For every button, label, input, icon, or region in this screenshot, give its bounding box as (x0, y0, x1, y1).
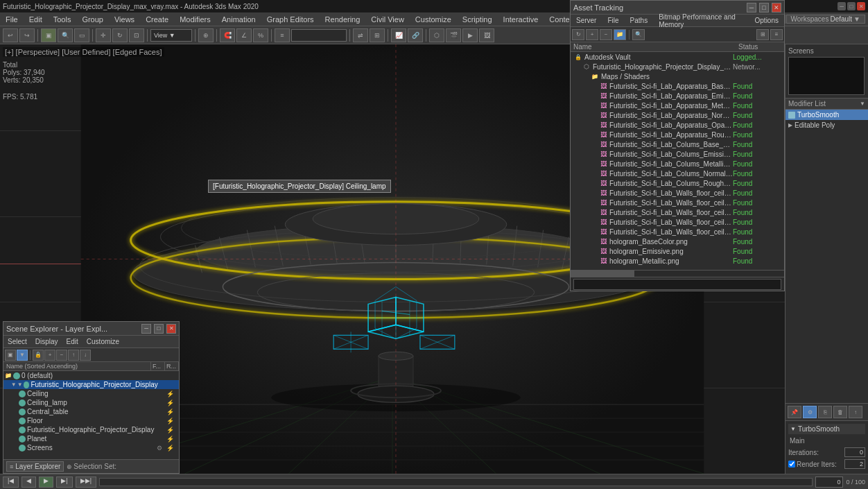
play-button[interactable]: |◀ (3, 477, 19, 488)
percent-snap-button[interactable]: % (253, 28, 268, 42)
modifier-item-editable-poly[interactable]: ▶ Editable Poly (785, 120, 868, 130)
at-row-img-10[interactable]: 🖼 Futuristic_Sci-fi_Lab_Colums_Normal.pn… (571, 169, 784, 178)
menu-item-tools[interactable]: Tools (48, 14, 77, 25)
rendered-frame-window-button[interactable]: 🖼 (479, 28, 494, 42)
select-object-button[interactable]: ▣ (41, 28, 56, 42)
at-row-img-1[interactable]: 🖼 Futuristic_Sci-fi_Lab_Apparatus_Base_C… (571, 81, 784, 91)
menu-item-graph-editors[interactable]: Graph Editors (261, 14, 320, 25)
menu-item-civil-view[interactable]: Civil View (365, 14, 409, 25)
frame-number[interactable]: 0 (815, 477, 843, 488)
iterations-input[interactable] (844, 447, 865, 457)
mod-tool-delete-button[interactable]: 🗑 (833, 406, 847, 418)
render-iters-input[interactable] (844, 459, 865, 469)
maximize-button[interactable]: □ (847, 2, 856, 10)
move-button[interactable]: ✛ (96, 28, 111, 42)
next-frame-button[interactable]: ▶| (56, 477, 72, 488)
pivot-button[interactable]: ⊕ (198, 28, 214, 42)
render-iters-checkbox[interactable] (788, 461, 795, 467)
redo-button[interactable]: ↪ (19, 28, 35, 42)
render-setup-button[interactable]: 🎬 (446, 28, 461, 42)
modifier-list-dropdown-icon[interactable]: ▼ (860, 101, 865, 107)
snap-toggle-button[interactable]: 🧲 (220, 28, 235, 42)
workspaces-dropdown[interactable]: Workspaces Default ▼ (786, 15, 865, 24)
schematic-view-button[interactable]: 🔗 (408, 28, 423, 42)
se-row-floor[interactable]: Floor ⚡ (3, 416, 179, 425)
at-row-img-17[interactable]: 🖼 hologram_BaseColor.png Found (571, 237, 784, 246)
se-menu-display[interactable]: Display (31, 338, 62, 345)
at-row-img-4[interactable]: 🖼 Futuristic_Sci-fi_Lab_Apparatus_Normal… (571, 110, 784, 120)
se-filter-button[interactable]: ▼ (17, 350, 28, 361)
at-refresh-button[interactable]: ↻ (572, 29, 584, 40)
layer-button[interactable]: ≡ (275, 28, 290, 42)
se-select-all-button[interactable]: ▣ (5, 350, 16, 361)
at-maximize-button[interactable]: □ (759, 3, 769, 12)
material-editor-button[interactable]: ⬡ (429, 28, 444, 42)
at-add-button[interactable]: + (586, 29, 598, 40)
se-menu-select[interactable]: Select (3, 338, 31, 345)
menu-item-modifiers[interactable]: Modifiers (174, 14, 216, 25)
at-path-input[interactable] (573, 279, 781, 290)
reference-coord-dropdown[interactable]: View ▼ (150, 29, 192, 42)
at-row-img-19[interactable]: 🖼 hologram_Metallic.png Found (571, 256, 784, 266)
at-minimize-button[interactable]: ─ (747, 3, 756, 12)
se-menu-edit[interactable]: Edit (62, 338, 83, 345)
last-frame-button[interactable]: ▶▶| (76, 477, 96, 488)
at-row-img-9[interactable]: 🖼 Futuristic_Sci-fi_Lab_Colums_Metallic.… (571, 159, 784, 169)
at-row-maps[interactable]: 📁 Maps / Shaders (571, 71, 784, 81)
mod-tool-configure-button[interactable]: ⚙ (803, 406, 817, 418)
curve-editor-button[interactable]: 📈 (391, 28, 406, 42)
se-row-futuristic-display[interactable]: Futuristic_Holographic_Projector_Display… (3, 425, 179, 434)
at-row-img-20[interactable]: 🖼 hologram_Normal.png Found (571, 266, 784, 267)
at-row-img-14[interactable]: 🖼 Futuristic_Sci-fi_Lab_Walls_floor_ceil… (571, 207, 784, 217)
se-move-up-button[interactable]: ↑ (68, 350, 79, 361)
render-button[interactable]: ▶ (462, 28, 478, 42)
menu-item-views[interactable]: Views (109, 14, 140, 25)
at-row-img-18[interactable]: 🖼 hologram_Emissive.png Found (571, 246, 784, 256)
at-extra-button2[interactable]: ≡ (770, 29, 783, 40)
mod-tool-copy-button[interactable]: ⎘ (818, 406, 832, 418)
play-anim-button[interactable]: ▶ (39, 477, 53, 488)
rotate-button[interactable]: ↻ (112, 28, 128, 42)
at-row-vault[interactable]: 🔒 Autodesk Vault Logged... (571, 52, 784, 62)
at-menu-file[interactable]: File (602, 15, 624, 26)
at-list[interactable]: 🔒 Autodesk Vault Logged... ⬡ Futuristic_… (571, 52, 784, 267)
se-move-down-button[interactable]: ↓ (80, 350, 91, 361)
at-row-img-7[interactable]: 🖼 Futuristic_Sci-fi_Lab_Colums_Base_Colo… (571, 139, 784, 149)
menu-item-edit[interactable]: Edit (24, 14, 48, 25)
at-menu-options[interactable]: Options (749, 15, 784, 26)
mod-tool-moveup-button[interactable]: ↑ (849, 406, 862, 418)
select-by-name-button[interactable]: 🔍 (58, 28, 73, 42)
menu-item-scripting[interactable]: Scripting (457, 14, 498, 25)
at-row-img-2[interactable]: 🖼 Futuristic_Sci-fi_Lab_Apparatus_Emissi… (571, 91, 784, 101)
at-resolve-button[interactable]: 🔍 (632, 29, 645, 40)
se-layer-explorer-button[interactable]: ≡ Layer Explorer (6, 461, 64, 472)
menu-item-customize[interactable]: Customize (410, 14, 457, 25)
at-close-button[interactable]: ✕ (772, 3, 781, 12)
at-menu-paths[interactable]: Paths (625, 15, 654, 26)
at-row-img-15[interactable]: 🖼 Futuristic_Sci-fi_Lab_Walls_floor_ceil… (571, 217, 784, 227)
mod-tool-pin-button[interactable]: 📌 (788, 406, 801, 418)
se-row-screens[interactable]: Screens ⚙ ⚡ (3, 443, 179, 452)
scale-button[interactable]: ⊡ (129, 28, 144, 42)
at-extra-button[interactable]: ⊞ (756, 29, 769, 40)
undo-button[interactable]: ↩ (3, 28, 18, 42)
menu-item-create[interactable]: Create (140, 14, 174, 25)
align-button[interactable]: ⊞ (370, 28, 385, 42)
at-menu-server[interactable]: Server (571, 15, 602, 26)
se-row-layer-default[interactable]: 📁 0 (default) (3, 371, 179, 380)
at-row-img-16[interactable]: 🖼 Futuristic_Sci-fi_Lab_Walls_floor_ceil… (571, 227, 784, 237)
se-close-button[interactable]: ✕ (166, 324, 176, 334)
at-row-maxfile[interactable]: ⬡ Futuristic_Holographic_Projector_Displ… (571, 62, 784, 71)
se-row-central-table[interactable]: Central_table ⚡ (3, 407, 179, 416)
se-delete-layer-button[interactable]: − (56, 350, 67, 361)
se-row-main-object[interactable]: ▼ ▼ Futuristic_Holographic_Projector_Dis… (3, 380, 179, 389)
at-row-img-13[interactable]: 🖼 Futuristic_Sci-fi_Lab_Walls_floor_ceil… (571, 198, 784, 207)
se-row-ceiling-lamp[interactable]: Ceiling_lamp ⚡ (3, 398, 179, 407)
modifier-item-turbosmooth[interactable]: TurboSmooth (785, 110, 868, 120)
at-horizontal-scrollbar[interactable] (571, 270, 784, 277)
menu-item-animation[interactable]: Animation (216, 14, 261, 25)
named-sel-sets[interactable] (291, 29, 347, 42)
se-maximize-button[interactable]: □ (154, 324, 164, 334)
at-row-img-8[interactable]: 🖼 Futuristic_Sci-fi_Lab_Colums_Emissive.… (571, 149, 784, 159)
se-list[interactable]: 📁 0 (default) ▼ ▼ Futuristic_Holographic… (3, 371, 179, 454)
